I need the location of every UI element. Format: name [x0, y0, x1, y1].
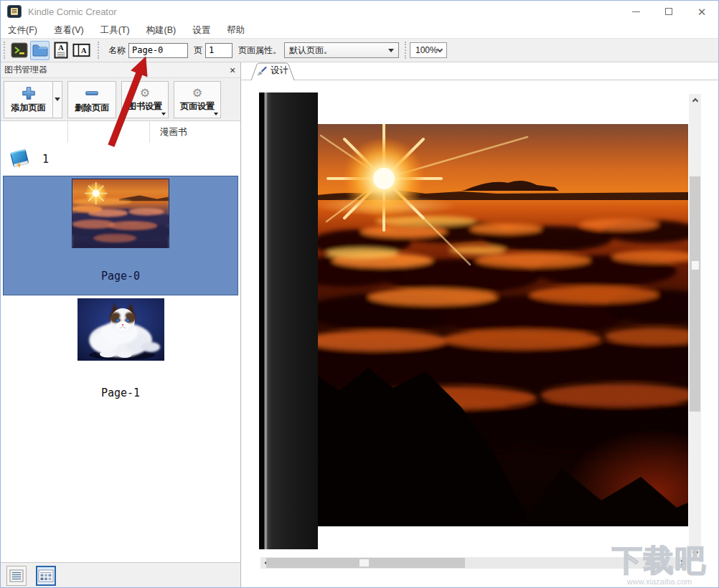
book-manager-toolbar: 添加页面 删除页面 ⚙ 图书设置 ⚙ 页面设置	[1, 78, 240, 121]
book-type-label: 漫画书	[160, 126, 187, 138]
delete-page-button[interactable]: 删除页面	[67, 81, 116, 118]
add-page-dropdown[interactable]	[52, 81, 62, 118]
toolbar-grip	[4, 42, 5, 59]
list-view-icon	[9, 569, 24, 582]
design-tab-label: 设计	[271, 65, 288, 77]
page-props-dropdown[interactable]: 默认页面。	[284, 42, 399, 58]
terminal-icon	[11, 42, 28, 58]
open-book-button[interactable]	[30, 41, 50, 60]
page-settings-label: 页面设置	[180, 100, 215, 113]
delete-page-label: 删除页面	[75, 102, 109, 114]
close-button[interactable]: ✕	[685, 1, 718, 22]
minimize-button[interactable]	[619, 1, 652, 22]
page-canvas[interactable]	[241, 80, 719, 588]
scroll-grip	[692, 261, 699, 270]
zoom-value: 100%	[415, 45, 438, 55]
book-icon	[6, 147, 32, 171]
dropdown-caret-icon	[55, 98, 60, 101]
column-divider	[149, 121, 150, 143]
menu-file[interactable]: 文件(F)	[1, 23, 47, 38]
chevron-down-icon	[692, 549, 697, 555]
design-tab-bar: 设计	[241, 62, 719, 80]
maximize-button[interactable]	[652, 1, 685, 22]
svg-text:A: A	[81, 47, 87, 54]
page-item-0[interactable]: Page-0	[3, 176, 238, 295]
page-item-1[interactable]: Page-1	[1, 297, 240, 412]
book-count-label: 1	[42, 153, 49, 166]
app-icon	[7, 5, 22, 18]
page-settings-button[interactable]: ⚙ 页面设置	[174, 81, 221, 118]
column-divider	[67, 121, 68, 143]
scroll-grip	[360, 559, 369, 566]
scroll-down-button[interactable]	[689, 547, 701, 559]
page-portrait-icon: A	[54, 42, 68, 59]
menu-view[interactable]: 查看(V)	[47, 23, 93, 38]
chevron-right-icon	[678, 560, 684, 566]
app-window: Kindle Comic Creator ✕ 文件(F) 查看(V) 工具(T)…	[0, 0, 719, 588]
book-node[interactable]: 1	[1, 143, 240, 176]
page-image	[318, 124, 688, 526]
thumbnail-view-button[interactable]	[36, 566, 56, 586]
book-manager-title: 图书管理器	[4, 64, 225, 76]
book-spine	[259, 93, 318, 549]
page-portrait-button[interactable]: A	[51, 41, 70, 60]
book-settings-button[interactable]: ⚙ 图书设置	[121, 81, 169, 118]
scroll-right-button[interactable]	[677, 557, 688, 569]
menu-tools[interactable]: 工具(T)	[93, 23, 139, 38]
page-landscape-button[interactable]: A	[72, 41, 91, 60]
book-type-row: 漫画书	[1, 121, 240, 143]
brush-icon	[257, 65, 268, 76]
folder-icon	[32, 44, 48, 57]
vertical-scrollbar[interactable]	[689, 94, 701, 559]
window-title: Kindle Comic Creator	[28, 6, 117, 17]
panel-status-bar	[1, 562, 240, 588]
dropdown-caret-icon	[161, 113, 166, 115]
page-number-label: 页	[194, 44, 202, 57]
page-tree: 1	[1, 143, 240, 562]
title-bar: Kindle Comic Creator ✕	[1, 1, 718, 22]
gear-icon: ⚙	[140, 87, 150, 100]
gear-icon: ⚙	[192, 87, 202, 100]
page-name-input[interactable]	[128, 43, 188, 58]
main-toolbar: A A 名称 页 页面属性。 默认页面。 100%	[1, 38, 718, 62]
menu-build[interactable]: 构建(B)	[139, 23, 186, 38]
remove-icon	[84, 85, 100, 101]
dropdown-caret-icon	[388, 49, 394, 52]
toolbar-grip	[405, 42, 406, 59]
svg-text:A: A	[58, 43, 64, 52]
name-field-label: 名称	[108, 44, 126, 57]
add-page-label: 添加页面	[11, 102, 46, 114]
menu-help[interactable]: 帮助	[220, 23, 254, 38]
horizontal-scroll-thumb[interactable]	[266, 558, 465, 568]
page-number-input[interactable]	[205, 43, 232, 58]
page-props-label: 页面属性。	[238, 44, 281, 57]
horizontal-scrollbar[interactable]	[260, 557, 688, 569]
book-manager-header: 图书管理器 ×	[1, 62, 240, 78]
panel-close-icon[interactable]: ×	[225, 63, 240, 77]
list-view-button[interactable]	[6, 566, 27, 586]
maximize-icon	[665, 8, 672, 15]
dropdown-caret-icon	[214, 113, 218, 115]
page-1-label: Page-1	[101, 387, 140, 399]
chevron-down-icon	[437, 46, 443, 52]
tab-design[interactable]: 设计	[250, 62, 295, 80]
close-icon: ✕	[697, 6, 707, 17]
page-0-thumbnail	[72, 179, 169, 248]
scroll-up-button[interactable]	[689, 94, 701, 105]
page-landscape-icon: A	[72, 43, 90, 57]
page-props-value: 默认页面。	[289, 44, 332, 57]
page-1-thumbnail	[77, 298, 164, 361]
book-manager-panel: 图书管理器 × 添加页面	[1, 62, 241, 588]
design-area: 设计	[241, 62, 719, 588]
zoom-dropdown[interactable]: 100%	[410, 42, 447, 58]
thumbnail-view-icon	[38, 569, 54, 582]
add-page-button[interactable]: 添加页面	[4, 81, 52, 118]
minimize-icon	[632, 11, 640, 12]
new-book-button[interactable]	[9, 41, 29, 60]
page-0-label: Page-0	[101, 270, 140, 283]
toolbar-grip	[98, 42, 99, 59]
chevron-up-icon	[692, 98, 697, 103]
vertical-scroll-thumb[interactable]	[690, 176, 700, 412]
book-settings-label: 图书设置	[128, 100, 162, 113]
menu-settings[interactable]: 设置	[185, 23, 220, 38]
